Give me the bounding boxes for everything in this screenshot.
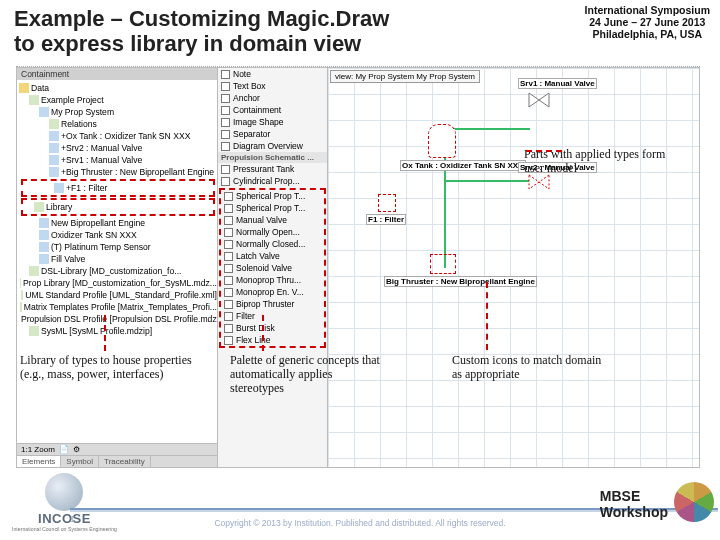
node-tank[interactable] — [428, 124, 456, 158]
svg-marker-3 — [539, 175, 549, 189]
valve-icon — [528, 92, 550, 108]
palette-item[interactable]: Cylindrical Prop... — [218, 175, 327, 187]
arrow-icons — [486, 282, 488, 350]
palette-group: Propulsion Schematic ...Pressurant TankC… — [218, 152, 327, 187]
palette-item-icon — [221, 82, 230, 91]
blk-icon — [39, 242, 49, 252]
event-line: 24 June – 27 June 2013 — [585, 16, 710, 28]
model-tree[interactable]: DataExample ProjectMy Prop SystemRelatio… — [17, 80, 217, 443]
node-filter[interactable] — [378, 194, 396, 212]
palette-item[interactable]: Note — [218, 68, 327, 80]
tree-row[interactable]: +Srv1 : Manual Valve — [19, 154, 217, 166]
zoom-bar[interactable]: 1:1 Zoom 📄 ⚙ — [17, 443, 217, 455]
palette-item[interactable]: Filter — [221, 310, 324, 322]
tree-row[interactable]: +Ox Tank : Oxidizer Tank SN XXX — [19, 130, 217, 142]
node-valve2[interactable] — [528, 174, 550, 192]
connector — [444, 128, 530, 130]
palette-item[interactable]: Anchor — [218, 92, 327, 104]
palette-item-icon — [221, 118, 230, 127]
palette-item[interactable]: Spherical Prop T... — [221, 202, 324, 214]
tree-row[interactable]: Matrix Templates Profile [Matrix_Templat… — [19, 301, 217, 313]
palette-group-header: Propulsion Schematic ... — [218, 152, 327, 163]
tree-row[interactable]: My Prop System — [19, 106, 217, 118]
tree-row[interactable]: +F1 : Filter — [24, 182, 212, 194]
tree-row[interactable]: Data — [19, 82, 217, 94]
tree-label: Example Project — [41, 95, 104, 105]
mbse-wheel-icon — [674, 482, 714, 522]
palette-item[interactable]: Spherical Prop T... — [221, 190, 324, 202]
palette-item-icon — [224, 216, 233, 225]
palette-item-label: Solenoid Valve — [236, 263, 292, 273]
palette-item-label: Monoprop En. V... — [236, 287, 304, 297]
tree-row[interactable]: +Big Thruster : New Bipropellant Engine — [19, 166, 217, 178]
pkg-icon — [34, 202, 44, 212]
tree-row[interactable]: UML Standard Profile [UML_Standard_Profi… — [19, 289, 217, 301]
pkg-icon — [29, 326, 39, 336]
palette-item-label: Image Shape — [233, 117, 284, 127]
valve-icon — [528, 174, 550, 190]
pkg-icon — [29, 266, 39, 276]
tank-icon — [428, 124, 456, 158]
tree-row[interactable]: Prop Library [MD_customization_for_SysML… — [19, 277, 217, 289]
palette-item-icon — [224, 228, 233, 237]
pkg-icon — [49, 119, 59, 129]
palette-item-label: Burst Disk — [236, 323, 275, 333]
pkg-icon — [20, 278, 21, 288]
palette-item[interactable]: Text Box — [218, 80, 327, 92]
tree-row[interactable]: New Bipropellant Engine — [19, 217, 217, 229]
tree-row[interactable]: Library — [24, 201, 212, 213]
tree-row[interactable]: Relations — [19, 118, 217, 130]
thruster-icon — [430, 254, 456, 274]
blk-icon — [49, 167, 59, 177]
palette-item[interactable]: Flex Line — [221, 334, 324, 346]
tree-label: +F1 : Filter — [66, 183, 107, 193]
tree-row[interactable]: DSL-Library [MD_customization_fo... — [19, 265, 217, 277]
blk-icon — [39, 254, 49, 264]
palette-item[interactable]: Monoprop Thru... — [221, 274, 324, 286]
tree-row[interactable]: SysML [SysML Profile.mdzip] — [19, 325, 217, 337]
palette-item[interactable]: Manual Valve — [221, 214, 324, 226]
palette-item[interactable]: Separator — [218, 128, 327, 140]
palette-item[interactable]: Pressurant Tank — [218, 163, 327, 175]
palette-item[interactable]: Normally Closed... — [221, 238, 324, 250]
palette-item[interactable]: Diagram Overview — [218, 140, 327, 152]
slide-title: Example – Customizing Magic.Draw to expr… — [0, 0, 500, 61]
palette-item-label: Filter — [236, 311, 255, 321]
diagram-canvas[interactable]: view: My Prop System My Prop System Ox T… — [328, 67, 700, 468]
palette-item[interactable]: Solenoid Valve — [221, 262, 324, 274]
palette-item-icon — [221, 106, 230, 115]
tree-row[interactable]: Propulsion DSL Profile [Propulsion DSL P… — [19, 313, 217, 325]
palette-item[interactable]: Monoprop En. V... — [221, 286, 324, 298]
tree-row[interactable]: (T) Platinum Temp Sensor — [19, 241, 217, 253]
tree-row[interactable]: Fill Valve — [19, 253, 217, 265]
highlighted-row: Library — [21, 198, 215, 216]
annotation-icons: Custom icons to match domain as appropri… — [452, 354, 612, 382]
event-line: International Symposium — [585, 4, 710, 16]
palette-item[interactable]: Latch Valve — [221, 250, 324, 262]
palette-item[interactable]: Image Shape — [218, 116, 327, 128]
annotation-parts: Parts with applied types form user model — [524, 148, 674, 176]
tree-row[interactable]: Example Project — [19, 94, 217, 106]
tree-label: Propulsion DSL Profile [Propulsion DSL P… — [21, 314, 217, 324]
tree-row[interactable]: Oxidizer Tank SN XXX — [19, 229, 217, 241]
explorer-tab[interactable]: Elements — [17, 456, 61, 467]
palette-item[interactable]: Biprop Thruster — [221, 298, 324, 310]
node-thruster[interactable] — [430, 254, 456, 274]
tree-row[interactable]: +Srv2 : Manual Valve — [19, 142, 217, 154]
tree-label: New Bipropellant Engine — [51, 218, 145, 228]
palette-item-icon — [221, 130, 230, 139]
pkg-icon — [20, 302, 21, 312]
palette-item[interactable]: Burst Disk — [221, 322, 324, 334]
label-thruster: Big Thruster : New Bipropellant Engine — [384, 276, 537, 287]
palette-item[interactable]: Normally Open... — [221, 226, 324, 238]
blk-icon — [39, 107, 49, 117]
blk-icon — [54, 183, 64, 193]
tree-label: Fill Valve — [51, 254, 85, 264]
explorer-tab[interactable]: Traceability — [99, 456, 151, 467]
node-valve1[interactable] — [528, 92, 550, 110]
tree-label: Data — [31, 83, 49, 93]
explorer-tab[interactable]: Symbol — [61, 456, 99, 467]
palette-item-label: Normally Open... — [236, 227, 300, 237]
palette-item[interactable]: Containment — [218, 104, 327, 116]
tree-label: Prop Library [MD_customization_for_SysML… — [23, 278, 217, 288]
